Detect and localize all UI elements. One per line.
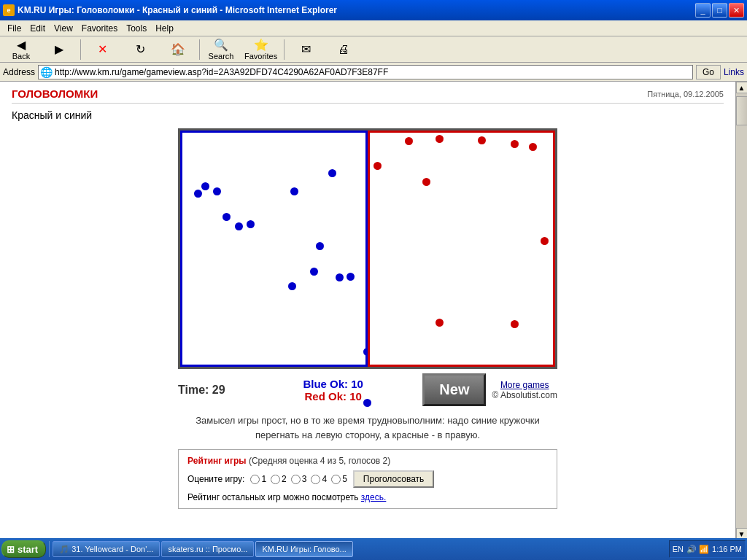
absolutist-text: © Absolutist.com bbox=[492, 390, 557, 400]
blue-dot[interactable] bbox=[235, 222, 243, 230]
stop-icon: ✕ bbox=[98, 42, 107, 56]
blue-dot[interactable] bbox=[316, 242, 324, 250]
links-button[interactable]: Links bbox=[724, 67, 744, 77]
forward-button[interactable]: ▶ bbox=[41, 38, 77, 61]
toolbar-separator-3 bbox=[284, 39, 285, 60]
red-dot[interactable] bbox=[436, 319, 444, 327]
language-indicator[interactable]: EN bbox=[673, 545, 684, 553]
more-games-link[interactable]: More games bbox=[492, 380, 557, 390]
refresh-button[interactable]: ↻ bbox=[122, 38, 158, 61]
menu-help[interactable]: Help bbox=[151, 22, 178, 35]
game-board[interactable] bbox=[178, 128, 557, 369]
mail-button[interactable]: ✉ bbox=[287, 38, 324, 61]
scroll-thumb[interactable] bbox=[736, 96, 748, 125]
rating-option-5[interactable]: 5 bbox=[331, 474, 347, 484]
rating-link-row: Рейтинг остальных игр можно посмотреть з… bbox=[187, 492, 548, 502]
forward-icon: ▶ bbox=[55, 42, 63, 56]
print-button[interactable]: 🖨 bbox=[325, 38, 362, 61]
page-header-title: Головоломки bbox=[12, 88, 98, 100]
more-games-area: More games © Absolutist.com bbox=[492, 380, 557, 400]
start-button[interactable]: ⊞ start bbox=[1, 540, 46, 558]
address-input[interactable] bbox=[55, 67, 691, 77]
vote-button[interactable]: Проголосовать bbox=[353, 470, 435, 488]
rating-others-link[interactable]: здесь. bbox=[361, 492, 387, 502]
blue-dot[interactable] bbox=[222, 213, 231, 221]
blue-dot[interactable] bbox=[288, 282, 296, 290]
mail-icon: ✉ bbox=[301, 42, 311, 56]
blue-dot[interactable] bbox=[310, 268, 318, 276]
menu-view[interactable]: View bbox=[50, 22, 77, 35]
scroll-up-arrow[interactable]: ▲ bbox=[736, 82, 748, 93]
rating-title: Рейтинг игры (Средняя оценка 4 из 5, гол… bbox=[187, 456, 548, 466]
new-game-button[interactable]: New bbox=[422, 373, 486, 406]
red-dot[interactable] bbox=[541, 237, 549, 245]
rating-option-1[interactable]: 1 bbox=[250, 474, 266, 484]
close-button[interactable]: ✕ bbox=[729, 3, 744, 18]
go-button[interactable]: Go bbox=[696, 65, 721, 79]
rating-option-4[interactable]: 4 bbox=[311, 474, 327, 484]
address-label: Address bbox=[3, 67, 35, 77]
favorites-button[interactable]: ⭐ Favorites bbox=[241, 38, 281, 61]
red-dot[interactable] bbox=[405, 137, 413, 145]
red-dot[interactable] bbox=[422, 178, 430, 186]
red-dot[interactable] bbox=[436, 135, 444, 143]
blue-dot[interactable] bbox=[194, 190, 202, 198]
rating-option-3[interactable]: 3 bbox=[291, 474, 307, 484]
red-dot[interactable] bbox=[529, 143, 537, 151]
window-title: KM.RU Игры: Головоломки - Красный и сини… bbox=[18, 5, 337, 15]
blue-dot[interactable] bbox=[213, 187, 221, 195]
menu-file[interactable]: File bbox=[3, 22, 26, 35]
favorites-icon: ⭐ bbox=[254, 38, 268, 52]
vote-label: Оцените игру: bbox=[187, 474, 244, 484]
maximize-button[interactable]: □ bbox=[712, 3, 727, 18]
taskbar: ⊞ start 🎵 31. Yellowcard - Don'... skate… bbox=[0, 538, 747, 560]
back-label: Back bbox=[12, 52, 30, 61]
scroll-track[interactable] bbox=[736, 93, 748, 528]
stop-button[interactable]: ✕ bbox=[84, 38, 120, 61]
address-input-wrap: 🌐 bbox=[38, 65, 693, 79]
ie-icon: e bbox=[3, 4, 15, 16]
taskbar-btn-2[interactable]: skaters.ru :: Просмо... bbox=[161, 541, 254, 557]
blue-dot[interactable] bbox=[363, 399, 371, 407]
taskbar-btn-3[interactable]: KM.RU Игры: Голово... bbox=[255, 541, 352, 557]
game-left-panel[interactable] bbox=[180, 131, 368, 367]
rating-radio-group[interactable]: 1 2 3 4 5 bbox=[250, 474, 347, 484]
home-icon: 🏠 bbox=[171, 42, 185, 56]
red-dot[interactable] bbox=[511, 320, 519, 328]
blue-dot[interactable] bbox=[347, 273, 355, 281]
blue-dot[interactable] bbox=[290, 187, 298, 195]
refresh-icon: ↻ bbox=[136, 42, 145, 56]
game-right-panel[interactable] bbox=[368, 131, 555, 367]
minimize-button[interactable]: _ bbox=[695, 3, 711, 18]
scrollbar[interactable]: ▲ ▼ bbox=[735, 82, 747, 540]
rating-vote-row: Оцените игру: 1 2 3 4 5 Проголосовать bbox=[187, 470, 548, 488]
title-bar-buttons[interactable]: _ □ ✕ bbox=[695, 3, 744, 18]
page-area: Головоломки Пятница, 09.12.2005 Красный … bbox=[0, 82, 735, 540]
red-dot[interactable] bbox=[511, 140, 519, 148]
menu-favorites[interactable]: Favorites bbox=[77, 22, 122, 35]
search-icon: 🔍 bbox=[214, 38, 228, 52]
print-icon: 🖨 bbox=[338, 43, 349, 56]
taskbar-btn-1[interactable]: 🎵 31. Yellowcard - Don'... bbox=[53, 541, 160, 557]
rating-box: Рейтинг игры (Средняя оценка 4 из 5, гол… bbox=[178, 449, 557, 509]
menu-tools[interactable]: Tools bbox=[122, 22, 151, 35]
toolbar-separator-2 bbox=[199, 39, 200, 60]
blue-dot[interactable] bbox=[328, 169, 336, 177]
rating-option-2[interactable]: 2 bbox=[271, 474, 287, 484]
rating-title-text: Рейтинг игры bbox=[187, 456, 247, 466]
back-button[interactable]: ◀ Back bbox=[3, 38, 39, 61]
menu-edit[interactable]: Edit bbox=[26, 22, 50, 35]
home-button[interactable]: 🏠 bbox=[160, 38, 196, 61]
search-button[interactable]: 🔍 Search bbox=[203, 38, 239, 61]
address-page-icon: 🌐 bbox=[40, 66, 53, 78]
red-dot[interactable] bbox=[478, 136, 486, 144]
blue-dot[interactable] bbox=[336, 273, 344, 281]
rating-avg: (Средняя оценка 4 из 5, голосов 2) bbox=[249, 456, 390, 466]
title-bar-left: e KM.RU Игры: Головоломки - Красный и си… bbox=[3, 4, 337, 16]
taskbar-right: EN 🔊 📶 1:16 PM bbox=[669, 540, 746, 558]
blue-dot[interactable] bbox=[201, 182, 209, 190]
favorites-label: Favorites bbox=[244, 52, 277, 61]
blue-dot[interactable] bbox=[247, 220, 255, 228]
red-dot[interactable] bbox=[374, 162, 382, 170]
rating-others-text: Рейтинг остальных игр можно посмотреть bbox=[187, 492, 359, 502]
